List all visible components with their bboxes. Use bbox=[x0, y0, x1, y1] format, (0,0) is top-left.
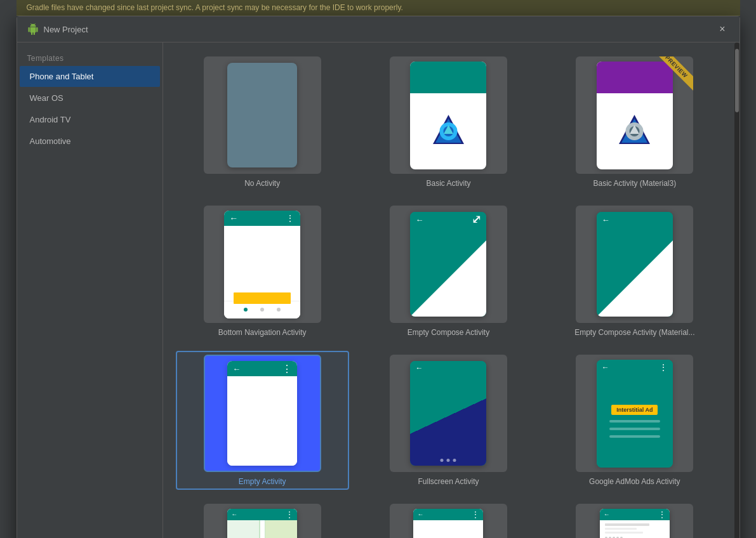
empty-activity-topbar: ← ⋮ bbox=[227, 361, 297, 376]
bottom-nav-preview: ← ⋮ bbox=[204, 206, 321, 323]
scrollbar[interactable] bbox=[734, 43, 739, 538]
dialog-body: Templates Phone and Tablet Wear OS Andro… bbox=[17, 43, 739, 538]
empty-compose-preview: ← ⤢ bbox=[390, 206, 507, 323]
template-card-nav-drawer[interactable]: ← ⋮ + bbox=[362, 500, 535, 538]
interstitial-ad-badge: Interstitial Ad bbox=[611, 405, 658, 415]
no-activity-label: No Activity bbox=[244, 179, 280, 188]
basic-material3-preview: PREVIEW bbox=[576, 56, 693, 174]
template-card-fullscreen[interactable]: ← bbox=[362, 351, 535, 490]
templates-grid: No Activity bbox=[176, 53, 722, 538]
basic-activity-preview bbox=[390, 56, 507, 174]
admob-preview: ← ⋮ Interstitial Ad bbox=[576, 355, 693, 472]
template-card-empty-activity[interactable]: ← ⋮ Empty Activity bbox=[176, 351, 349, 490]
settings-menu-dots: ⋮ bbox=[658, 510, 666, 519]
template-card-no-activity[interactable]: No Activity bbox=[176, 53, 349, 192]
admob-topbar: ← ⋮ bbox=[597, 360, 673, 375]
fs-dot-1 bbox=[441, 459, 444, 462]
empty-compose-label: Empty Compose Activity bbox=[408, 328, 489, 337]
nav-drawer-topbar: ← ⋮ bbox=[413, 509, 483, 520]
template-card-empty-compose[interactable]: ← ⤢ Empty Compose Activity bbox=[362, 202, 535, 341]
empty-back-arrow: ← bbox=[232, 364, 241, 374]
settings-topbar: ← ⋮ bbox=[600, 509, 670, 520]
sidebar-item-android-tv[interactable]: Android TV bbox=[20, 109, 160, 130]
yellow-bar bbox=[234, 292, 291, 304]
nav-dot-3 bbox=[277, 308, 281, 312]
as-logo-icon bbox=[431, 114, 466, 148]
template-card-settings[interactable]: ← ⋮ bbox=[548, 500, 721, 538]
nav-drawer-back-arrow: ← bbox=[417, 511, 423, 518]
no-activity-preview bbox=[204, 56, 321, 174]
admob-back-arrow: ← bbox=[602, 363, 609, 372]
sidebar-section-label: Templates bbox=[17, 49, 162, 65]
dialog-titlebar: New Project × bbox=[17, 16, 739, 43]
fs-dot-2 bbox=[447, 459, 450, 462]
back-arrow-icon: ← bbox=[229, 213, 238, 223]
compose-material-phone: ← bbox=[597, 212, 673, 317]
maps-menu-dots: ⋮ bbox=[286, 510, 293, 519]
notification-bar: Gradle files have changed since last pro… bbox=[17, 0, 740, 16]
empty-activity-preview: ← ⋮ bbox=[204, 355, 321, 472]
nav-drawer-body: + bbox=[413, 520, 483, 539]
settings-body bbox=[600, 520, 670, 539]
nav-drawer-phone: ← ⋮ + bbox=[413, 509, 483, 539]
admob-phone: ← ⋮ Interstitial Ad bbox=[597, 360, 673, 468]
phone-body bbox=[224, 226, 300, 301]
notification-text: Gradle files have changed since last pro… bbox=[27, 3, 403, 12]
nav-dot-1 bbox=[244, 308, 248, 312]
template-card-admob[interactable]: ← ⋮ Interstitial Ad bbox=[548, 351, 721, 490]
fullscreen-back-arrow: ← bbox=[415, 364, 423, 372]
nav-drawer-menu-dots: ⋮ bbox=[472, 510, 479, 519]
basic-phone-mockup bbox=[410, 62, 486, 169]
admob-menu-dots: ⋮ bbox=[659, 362, 668, 372]
fullscreen-preview: ← bbox=[390, 355, 507, 472]
grid-wrapper: No Activity bbox=[163, 43, 739, 538]
compose-phone-mockup: ← ⤢ bbox=[410, 212, 486, 317]
maps-topbar: ← ⋮ bbox=[227, 509, 297, 520]
settings-line-2 bbox=[605, 528, 637, 530]
settings-phone: ← ⋮ bbox=[600, 509, 670, 539]
template-card-basic-material3[interactable]: PREVIEW Basic Activity (Material3) bbox=[548, 53, 721, 192]
template-card-maps[interactable]: ← ⋮ bbox=[176, 500, 349, 538]
new-project-dialog: New Project × Templates Phone and Tablet… bbox=[17, 16, 740, 538]
empty-compose-material-label: Empty Compose Activity (Material... bbox=[574, 328, 694, 337]
basic-activity-label: Basic Activity bbox=[426, 179, 470, 188]
template-card-bottom-nav[interactable]: ← ⋮ bbox=[176, 202, 349, 341]
preview-ribbon-container: PREVIEW bbox=[655, 56, 693, 95]
ad-line-2 bbox=[609, 428, 660, 430]
dialog-title: New Project bbox=[44, 25, 88, 34]
as-logo-material3-icon bbox=[617, 114, 652, 148]
sidebar-item-automotive[interactable]: Automotive bbox=[20, 131, 160, 152]
settings-line-3 bbox=[605, 532, 643, 534]
android-icon bbox=[27, 23, 39, 35]
sidebar-item-phone-and-tablet[interactable]: Phone and Tablet bbox=[20, 66, 160, 87]
settings-line-1 bbox=[605, 523, 649, 526]
template-card-empty-compose-material[interactable]: ← Empty Compose Activity (Material... bbox=[548, 202, 721, 341]
fullscreen-phone: ← bbox=[410, 361, 486, 466]
basic-logo-area bbox=[410, 93, 486, 169]
settings-back-arrow: ← bbox=[604, 511, 610, 518]
bottom-nav-label: Bottom Navigation Activity bbox=[218, 328, 307, 337]
map-block-1 bbox=[227, 520, 259, 539]
main-content: No Activity bbox=[163, 43, 739, 538]
empty-menu-dots: ⋮ bbox=[282, 363, 292, 375]
templates-grid-area: No Activity bbox=[163, 43, 734, 538]
template-card-basic-activity[interactable]: Basic Activity bbox=[362, 53, 535, 192]
sidebar-item-wear-os[interactable]: Wear OS bbox=[20, 88, 160, 108]
sidebar: Templates Phone and Tablet Wear OS Andro… bbox=[17, 43, 163, 538]
scrollbar-thumb[interactable] bbox=[735, 49, 739, 112]
fullscreen-label: Fullscreen Activity bbox=[418, 477, 479, 486]
close-button[interactable]: × bbox=[715, 23, 729, 36]
admob-body: Interstitial Ad bbox=[597, 375, 673, 468]
maps-phone: ← ⋮ bbox=[227, 509, 297, 539]
settings-preview: ← ⋮ bbox=[576, 504, 693, 538]
maps-preview: ← ⋮ bbox=[204, 504, 321, 538]
basic-topbar bbox=[410, 62, 486, 93]
map-road-v bbox=[260, 520, 265, 539]
ad-line-1 bbox=[609, 420, 660, 423]
map-block-2 bbox=[265, 520, 297, 539]
preview-ribbon: PREVIEW bbox=[655, 56, 693, 91]
empty-phone-body bbox=[227, 376, 297, 466]
maps-body: 📍 bbox=[227, 520, 297, 539]
dialog-title-left: New Project bbox=[27, 23, 88, 35]
empty-activity-label: Empty Activity bbox=[239, 477, 286, 486]
